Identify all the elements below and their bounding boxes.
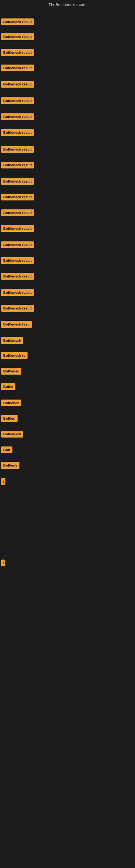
bottleneck-badge[interactable]: Bottleneck result (1, 49, 34, 56)
bottleneck-item: Bottleneck result (1, 113, 34, 121)
bottleneck-badge[interactable]: Bott (1, 446, 12, 453)
bottleneck-badge[interactable]: Bottleneck result (1, 194, 34, 200)
bottleneck-badge[interactable]: Bottleneck result (1, 289, 34, 296)
page-wrapper: TheBottlenecker.com Bottleneck resultBot… (0, 0, 135, 868)
bottleneck-badge[interactable]: Bottleneck (1, 431, 23, 437)
bottleneck-badge[interactable]: Bottleneck result (1, 146, 34, 153)
bottleneck-item: Bottleneck result (1, 209, 34, 217)
items-container: Bottleneck resultBottleneck resultBottle… (0, 10, 135, 851)
bottleneck-badge[interactable]: Bottleneck result (1, 257, 34, 264)
bottleneck-badge[interactable]: Bottlene (1, 462, 19, 469)
bottleneck-item: Bottleneck result (1, 49, 34, 57)
bottleneck-badge[interactable]: Bottleneck re (1, 352, 28, 359)
bottleneck-item: | (1, 478, 5, 486)
bottleneck-item: Bottleneck resu (1, 321, 32, 329)
bottleneck-item: Bottleneck result (1, 65, 34, 72)
bottleneck-badge[interactable]: Bottleneck result (1, 305, 34, 312)
bottleneck-item: Bottleneck result (1, 241, 34, 249)
bottleneck-badge[interactable]: Bottlenec (1, 400, 21, 406)
bottleneck-item: Bottleneck result (1, 162, 34, 169)
bottleneck-item: Bottleneck result (1, 225, 34, 233)
bottleneck-badge[interactable]: Bottleneck result (1, 33, 34, 40)
bottleneck-badge[interactable]: Bottleneck result (1, 19, 34, 25)
bottleneck-badge[interactable]: Bottleneck result (1, 113, 34, 120)
bottleneck-badge[interactable]: Bottleneck result (1, 162, 34, 168)
bottleneck-item: Bottlene (1, 462, 19, 470)
bottleneck-item: Bottleneck result (1, 257, 34, 265)
bottleneck-badge[interactable]: | (1, 478, 5, 485)
bottleneck-badge[interactable]: Bottleneck result (1, 225, 34, 232)
bottleneck-badge[interactable]: Bottleneck result (1, 178, 34, 185)
bottleneck-badge[interactable]: Bottleneck result (1, 65, 34, 71)
bottleneck-item: Bottleneck result (1, 129, 34, 137)
bottleneck-badge[interactable]: B (1, 560, 5, 566)
bottleneck-badge[interactable]: Bottleneck result (1, 97, 34, 104)
bottleneck-item: Bottleneck result (1, 97, 34, 105)
bottleneck-item: Bottleneck result (1, 178, 34, 186)
bottleneck-badge[interactable]: Bottleneck result (1, 81, 34, 88)
bottleneck-item: Bottleneck result (1, 33, 34, 41)
bottleneck-item: Bottleneck result (1, 289, 34, 297)
bottleneck-item: Bottle (1, 383, 15, 391)
bottleneck-item: Bottlen (1, 415, 17, 423)
bottleneck-item: Bottleneck result (1, 273, 34, 281)
bottleneck-item: Bott (1, 446, 12, 454)
bottleneck-item: Bottleneck (1, 337, 23, 345)
bottleneck-badge[interactable]: Bottleneck result (1, 129, 34, 136)
bottleneck-item: Bottlenec (1, 368, 21, 376)
bottleneck-badge[interactable]: Bottleneck (1, 337, 23, 344)
bottleneck-badge[interactable]: Bottlenec (1, 368, 21, 375)
bottleneck-item: Bottleneck re (1, 352, 28, 360)
bottleneck-badge[interactable]: Bottleneck result (1, 209, 34, 216)
bottleneck-item: Bottleneck result (1, 81, 34, 89)
bottleneck-item: Bottleneck result (1, 146, 34, 154)
bottleneck-badge[interactable]: Bottleneck result (1, 241, 34, 248)
bottleneck-item: B (1, 560, 5, 567)
bottleneck-badge[interactable]: Bottlen (1, 415, 17, 422)
bottleneck-item: Bottleneck result (1, 19, 34, 26)
bottleneck-item: Bottleneck result (1, 305, 34, 313)
site-header: TheBottlenecker.com (0, 0, 135, 10)
bottleneck-badge[interactable]: Bottleneck resu (1, 321, 32, 328)
site-title: TheBottlenecker.com (49, 2, 87, 7)
bottleneck-badge[interactable]: Bottle (1, 383, 15, 390)
bottleneck-item: Bottleneck result (1, 194, 34, 202)
bottleneck-item: Bottleneck (1, 431, 23, 439)
bottleneck-item: Bottlenec (1, 400, 21, 407)
bottleneck-badge[interactable]: Bottleneck result (1, 273, 34, 280)
